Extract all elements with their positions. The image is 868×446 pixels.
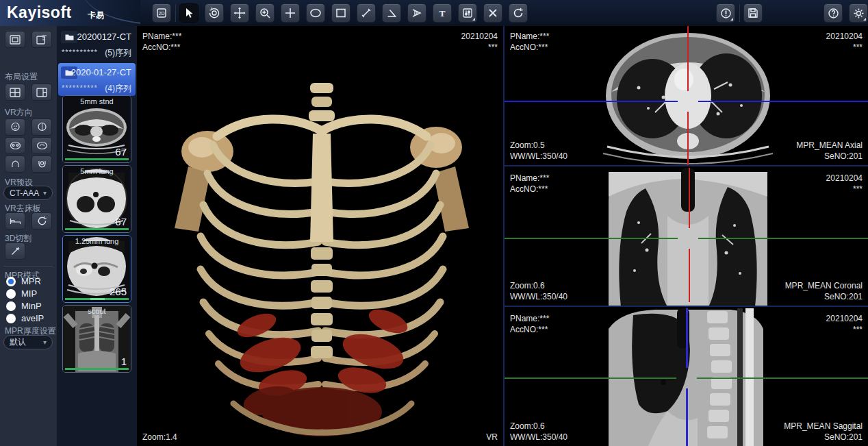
radio-label: MIP: [21, 288, 37, 299]
report-icon[interactable]: [716, 3, 735, 23]
crosshair-v-red[interactable]: [687, 112, 689, 166]
window-level-icon[interactable]: [458, 3, 477, 23]
accession-number: AccNO:***: [510, 325, 548, 334]
radio-aveip[interactable]: aveIP: [6, 313, 44, 323]
study-title: 20200127-CT: [77, 32, 132, 42]
bed-removal-icon[interactable]: [5, 212, 25, 230]
crosshair-h-green[interactable]: [698, 238, 868, 239]
series-thumbnail-125mm-lung[interactable]: 1.25mm lung 265: [62, 235, 131, 303]
masked-value: ***: [853, 184, 863, 194]
vr-dir-left-icon[interactable]: [5, 137, 25, 154]
layout-split-icon[interactable]: [31, 84, 52, 101]
crosshair-v-red[interactable]: [689, 168, 690, 228]
pan-icon[interactable]: [230, 3, 249, 23]
radio-minp[interactable]: MinP: [6, 301, 42, 311]
patient-name: PName:***: [510, 314, 549, 323]
angle-icon[interactable]: [382, 3, 401, 23]
cobb-angle-icon[interactable]: [407, 3, 426, 23]
vr-dir-right-icon[interactable]: [31, 137, 52, 154]
svg-text:T: T: [439, 8, 446, 18]
scalpel-icon[interactable]: [5, 243, 25, 260]
layout-single-icon[interactable]: [5, 31, 25, 48]
study-series-count: (4)序列: [105, 83, 131, 95]
accession-number: AccNO:***: [510, 184, 548, 194]
zoom-level: Zoom:0.5: [510, 140, 545, 150]
radio-label: MPR: [21, 276, 41, 286]
patient-name: PName:***: [510, 173, 549, 183]
help-icon[interactable]: [824, 3, 843, 23]
radio-mip[interactable]: MIP: [6, 288, 37, 299]
thumbnail-progress-bar: [65, 158, 129, 160]
2d-view-icon[interactable]: 2D: [152, 3, 171, 23]
crosshair-h-blue[interactable]: [698, 101, 868, 102]
study-title: 2020-01-27-CT: [71, 67, 131, 77]
divider: [3, 266, 53, 267]
layout-custom-icon[interactable]: [31, 31, 52, 48]
masked-value: ***: [853, 325, 863, 334]
logo: Kayisoft 卡易: [0, 0, 140, 26]
vr-direction-label: VR方向: [5, 107, 33, 119]
window-level-value: WW/WL:350/40: [510, 292, 567, 301]
patient-name: PName:***: [510, 32, 549, 41]
thumbnail-image-count: 67: [115, 146, 127, 158]
window-level-value: WW/WL:350/40: [510, 432, 567, 442]
ellipse-roi-icon[interactable]: [306, 3, 325, 23]
layout-grid-icon[interactable]: [5, 84, 25, 101]
mpr-thickness-value: 默认: [10, 336, 26, 348]
vr-dir-superior-icon[interactable]: [5, 156, 25, 173]
bed-reset-icon[interactable]: [31, 212, 52, 230]
ct-viewer-app: Kayisoft 卡易 2D: [0, 0, 868, 446]
crosshair-v-red[interactable]: [687, 26, 689, 91]
top-toolbar: Kayisoft 卡易 2D: [0, 0, 868, 26]
study-masked-id: **********: [62, 48, 98, 56]
rectangle-roi-icon[interactable]: [331, 3, 350, 23]
render-mode-label: VR: [486, 432, 498, 442]
crosshair-icon[interactable]: [281, 3, 300, 23]
thumbnail-image-count: 265: [110, 286, 127, 297]
logo-suffix: 卡易: [88, 10, 104, 21]
settings-icon[interactable]: [849, 3, 868, 23]
radio-label: aveIP: [21, 313, 44, 323]
crosshair-h-green[interactable]: [505, 377, 676, 379]
cursor-icon[interactable]: [179, 3, 199, 23]
mpr-axial-viewport[interactable]: PName:*** AccNO:*** 20210204 *** Zoom:0.…: [505, 26, 868, 166]
toolbar-separator: [739, 4, 740, 22]
crosshair-v-red[interactable]: [689, 249, 690, 302]
layout-settings-label: 布局设置: [5, 71, 38, 83]
study-item-1[interactable]: 20200127-CT ********** (5)序列: [58, 27, 136, 60]
mpr-thickness-dropdown[interactable]: 默认 ▾: [3, 335, 53, 349]
vr-3d-viewport[interactable]: PName:*** AccNO:*** 20210204 *** Zoom:1.…: [137, 26, 503, 446]
measure-line-icon[interactable]: [357, 3, 376, 23]
accession-number: AccNO:***: [142, 42, 180, 52]
3d-rotate-icon[interactable]: [205, 3, 224, 23]
crosshair-v-blue[interactable]: [686, 388, 688, 446]
text-annotation-icon[interactable]: T: [433, 3, 452, 23]
vr-dir-anterior-icon[interactable]: [5, 119, 25, 136]
zoom-level: Zoom:0.6: [510, 281, 545, 290]
radio-mpr[interactable]: MPR: [6, 276, 41, 286]
series-thumbnail-5mm-lung[interactable]: 5mm lung 67: [62, 165, 131, 233]
vr-preset-value: CT-AAA: [10, 188, 39, 198]
crosshair-h-blue[interactable]: [505, 101, 678, 102]
crosshair-h-green[interactable]: [505, 238, 678, 239]
study-date: 20210204: [826, 32, 863, 41]
crosshair-h-green[interactable]: [697, 377, 868, 379]
zoom-in-icon[interactable]: [255, 3, 275, 23]
masked-value: ***: [488, 42, 498, 52]
reset-icon[interactable]: [509, 3, 528, 23]
save-icon[interactable]: [743, 3, 763, 23]
delete-icon[interactable]: [483, 3, 502, 23]
study-item-2-selected[interactable]: 2020-01-27-CT ********** (4)序列: [58, 63, 136, 96]
radio-dot: [6, 301, 16, 311]
series-thumbnail-5mm-stnd[interactable]: 5mm stnd 67: [62, 95, 131, 163]
series-thumbnail-scout[interactable]: scout 1: [62, 305, 131, 373]
mpr-coronal-viewport[interactable]: PName:*** AccNO:*** 20210204 *** Zoom:0.…: [505, 168, 868, 307]
vr-dir-posterior-icon[interactable]: [31, 119, 52, 136]
mpr-sagittal-viewport[interactable]: PName:*** AccNO:*** 20210204 *** Zoom:0.…: [505, 308, 868, 446]
vr-dir-inferior-icon[interactable]: [31, 156, 52, 173]
masked-value: ***: [853, 42, 863, 52]
accession-number: AccNO:***: [510, 42, 548, 52]
crosshair-v-blue[interactable]: [686, 308, 688, 368]
toolbar-separator: [175, 4, 176, 22]
vr-preset-dropdown[interactable]: CT-AAA ▾: [3, 186, 53, 200]
